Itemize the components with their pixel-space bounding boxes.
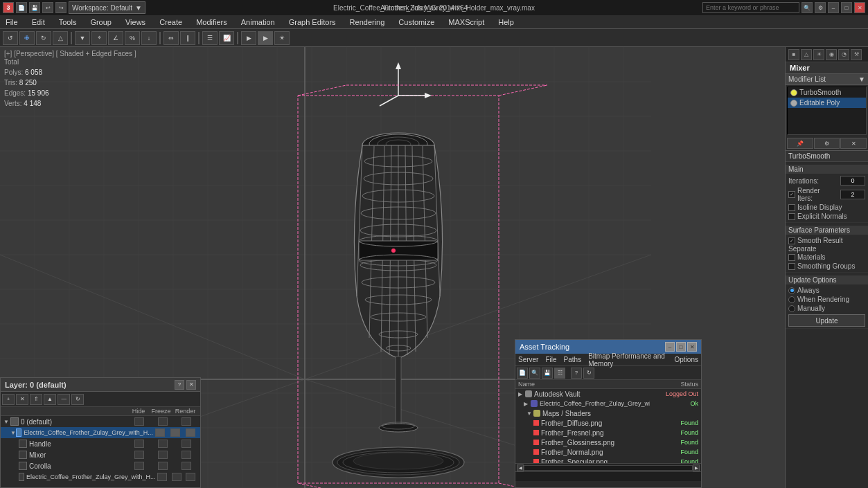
layers-help-btn[interactable]: ? bbox=[175, 380, 184, 390]
asset-item[interactable]: Frother_Diffuse.png Found bbox=[515, 418, 701, 428]
scroll-track[interactable] bbox=[524, 465, 693, 471]
align-tool[interactable]: ∥ bbox=[180, 31, 195, 45]
asset-item[interactable]: ▼ Maps / Shaders bbox=[515, 408, 701, 418]
save-icon[interactable]: 💾 bbox=[29, 2, 40, 13]
asset-tb-btn2[interactable]: 🔍 bbox=[529, 368, 540, 379]
when-rendering-radio[interactable] bbox=[788, 296, 795, 303]
layer-dot-render[interactable] bbox=[181, 440, 191, 448]
asset-tb-btn3[interactable]: 💾 bbox=[542, 368, 553, 379]
menu-views[interactable]: Views bbox=[123, 18, 148, 26]
pin-stack-btn[interactable]: 📌 bbox=[787, 138, 813, 149]
viewport[interactable]: [+] [Perspective] [ Shaded + Edged Faces… bbox=[0, 47, 785, 488]
mp-modifier-icon[interactable]: ◔ bbox=[838, 49, 849, 60]
scale-tool[interactable]: △ bbox=[53, 31, 68, 45]
asset-item[interactable]: Frother_Glossiness.png Found bbox=[515, 437, 701, 447]
active-shade[interactable]: ☀ bbox=[274, 31, 290, 45]
isoline-checkbox[interactable] bbox=[788, 204, 795, 211]
surface-params-header[interactable]: Surface Parameters bbox=[786, 226, 868, 235]
explicit-normals-checkbox[interactable] bbox=[788, 213, 795, 220]
mp-utility-icon[interactable]: ⚒ bbox=[851, 49, 862, 60]
layer-dot-freeze[interactable] bbox=[158, 462, 168, 470]
layers-select-btn[interactable]: ▲ bbox=[44, 394, 56, 405]
angle-snap[interactable]: ∠ bbox=[108, 31, 123, 45]
layers-close-btn[interactable]: ✕ bbox=[186, 380, 196, 390]
asset-item[interactable]: Frother_Specular.png Found bbox=[515, 457, 701, 463]
menu-rendering[interactable]: Rendering bbox=[347, 18, 388, 26]
layer-manager[interactable]: ☰ bbox=[202, 31, 218, 45]
layer-dot-hide[interactable] bbox=[155, 428, 165, 437]
select-tool[interactable]: ↺ bbox=[3, 31, 18, 45]
mp-camera-icon[interactable]: ◉ bbox=[826, 49, 837, 60]
asset-menu-file[interactable]: File bbox=[545, 356, 556, 363]
layer-dot-hide[interactable] bbox=[134, 440, 144, 448]
layer-dot-freeze[interactable] bbox=[170, 428, 180, 437]
asset-item[interactable]: Frother_Normal.png Found bbox=[515, 447, 701, 457]
menu-modifiers[interactable]: Modifiers bbox=[193, 18, 230, 26]
layer-item[interactable]: ▼ 0 (default) bbox=[1, 416, 200, 427]
render-frame[interactable]: ▶ bbox=[258, 31, 273, 45]
mp-lights-icon[interactable]: ☀ bbox=[813, 49, 824, 60]
menu-group[interactable]: Group bbox=[87, 18, 114, 26]
layers-add-sel-btn[interactable]: ⇑ bbox=[30, 394, 42, 405]
minimize-button[interactable]: – bbox=[828, 2, 839, 13]
asset-menu-bitmap[interactable]: Bitmap Performance and Memory bbox=[588, 352, 667, 368]
maximize-button[interactable]: □ bbox=[841, 2, 852, 13]
layer-item[interactable]: Corolla bbox=[1, 460, 200, 471]
layers-refresh-btn[interactable]: ↻ bbox=[71, 394, 84, 405]
menu-create[interactable]: Create bbox=[157, 18, 185, 26]
layer-dot-render[interactable] bbox=[181, 451, 191, 459]
layer-item[interactable]: Handle bbox=[1, 438, 200, 449]
layer-item[interactable]: ▼ Electric_Coffee_Frother_Zulay_Grey_wit… bbox=[1, 427, 200, 438]
layer-dot-render[interactable] bbox=[181, 462, 191, 470]
menu-graph-editors[interactable]: Graph Editors bbox=[286, 18, 339, 26]
render-iters-checkbox[interactable]: ✓ bbox=[788, 191, 795, 198]
remove-modifier-btn[interactable]: ✕ bbox=[840, 138, 867, 149]
search-input[interactable] bbox=[702, 2, 799, 13]
update-options-header[interactable]: Update Options bbox=[786, 275, 868, 284]
rotate-tool[interactable]: ↻ bbox=[36, 31, 51, 45]
asset-menu-server[interactable]: Server bbox=[518, 356, 538, 363]
render-setup[interactable]: ▶ bbox=[241, 31, 256, 45]
search-icon[interactable]: 🔍 bbox=[801, 2, 813, 13]
file-menu-icon[interactable]: 📄 bbox=[16, 2, 27, 13]
workspace-dropdown[interactable]: Workspace: Default ▼ bbox=[69, 1, 145, 14]
menu-maxscript[interactable]: MAXScript bbox=[445, 18, 487, 26]
select-filter[interactable]: ▼ bbox=[75, 31, 90, 45]
asset-tb-btn5[interactable]: ? bbox=[571, 368, 582, 379]
layer-dot-hide[interactable] bbox=[157, 473, 167, 481]
layers-new-btn[interactable]: + bbox=[2, 394, 15, 405]
layer-dot-render[interactable] bbox=[186, 473, 195, 481]
update-button[interactable]: Update bbox=[788, 314, 865, 327]
smoothing-groups-checkbox[interactable] bbox=[788, 263, 795, 270]
asset-tb-btn4[interactable]: ☷ bbox=[554, 368, 565, 379]
menu-help[interactable]: Help bbox=[495, 18, 517, 26]
menu-file[interactable]: File bbox=[3, 18, 21, 26]
layer-dot-render[interactable] bbox=[181, 417, 191, 426]
smooth-result-checkbox[interactable]: ✓ bbox=[788, 237, 795, 244]
layer-dot-freeze[interactable] bbox=[158, 451, 168, 459]
modifier-item-turbsmooth[interactable]: TurboSmooth bbox=[788, 87, 866, 98]
asset-restore-btn[interactable]: □ bbox=[676, 342, 686, 352]
layer-dot-render[interactable] bbox=[186, 428, 195, 437]
modifier-bulb[interactable] bbox=[790, 100, 797, 107]
undo-icon[interactable]: ↩ bbox=[42, 2, 53, 13]
modifier-list-header[interactable]: Modifier List ▼ bbox=[786, 74, 868, 85]
move-tool[interactable]: ✙ bbox=[19, 31, 35, 45]
scroll-left-btn[interactable]: ◀ bbox=[517, 464, 524, 471]
mp-display-icon[interactable]: ■ bbox=[788, 49, 799, 60]
configure-btn[interactable]: ⚙ bbox=[814, 138, 840, 149]
asset-tb-btn1[interactable]: 📄 bbox=[517, 368, 528, 379]
menu-animation[interactable]: Animation bbox=[238, 18, 278, 26]
layer-dot-hide[interactable] bbox=[134, 462, 144, 470]
turbsmooth-header[interactable]: TurboSmooth bbox=[786, 150, 868, 162]
modifier-item-editpoly[interactable]: Editable Poly bbox=[788, 98, 866, 108]
percent-snap[interactable]: % bbox=[125, 31, 140, 45]
redo-icon[interactable]: ↪ bbox=[55, 2, 67, 13]
scroll-right-btn[interactable]: ▶ bbox=[693, 464, 700, 471]
layer-dot-hide[interactable] bbox=[134, 417, 144, 426]
close-button[interactable]: ✕ bbox=[854, 2, 865, 13]
menu-tools[interactable]: Tools bbox=[56, 18, 80, 26]
asset-menu-paths[interactable]: Paths bbox=[564, 356, 582, 363]
asset-menu-options[interactable]: Options bbox=[675, 356, 698, 363]
layers-delete-btn[interactable]: ✕ bbox=[16, 394, 28, 405]
